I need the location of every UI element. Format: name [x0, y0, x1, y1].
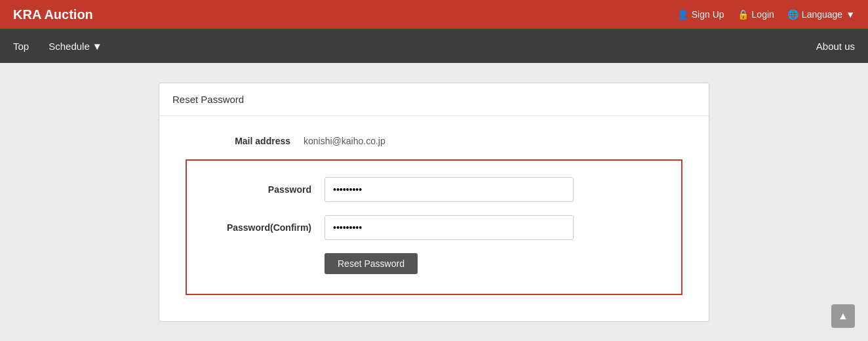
chevron-up-icon: ▲: [838, 310, 848, 322]
login-icon: 🔒: [738, 9, 749, 20]
login-label: Login: [752, 9, 774, 20]
navbar-left: Top Schedule ▼: [13, 41, 102, 52]
password-input[interactable]: [325, 177, 574, 202]
scroll-to-top-button[interactable]: ▲: [831, 304, 855, 328]
signup-label: Sign Up: [692, 9, 724, 20]
mail-address-label: Mail address: [186, 136, 304, 146]
navbar-item-schedule[interactable]: Schedule ▼: [49, 41, 102, 52]
mail-address-value: konishi@kaiho.co.jp: [304, 136, 385, 146]
card-title: Reset Password: [159, 83, 709, 116]
language-icon: 🌐: [787, 9, 799, 20]
chevron-down-icon: ▼: [846, 9, 855, 20]
navbar-right: About us: [816, 41, 855, 52]
navbar-item-about-us[interactable]: About us: [816, 41, 855, 52]
password-confirm-label: Password(Confirm): [207, 222, 325, 233]
main-content: Reset Password Mail address konishi@kaih…: [0, 63, 868, 341]
password-row: Password: [207, 177, 661, 202]
reset-password-button[interactable]: Reset Password: [325, 253, 418, 274]
card-body: Mail address konishi@kaiho.co.jp Passwor…: [159, 116, 709, 321]
password-label: Password: [207, 184, 325, 195]
language-label: Language: [802, 9, 842, 20]
signup-icon: 👤: [677, 9, 688, 20]
reset-button-row: Reset Password: [207, 253, 661, 274]
password-confirm-row: Password(Confirm): [207, 215, 661, 240]
header: KRA Auction 👤 Sign Up 🔒 Login 🌐 Language…: [0, 0, 868, 29]
navbar: Top Schedule ▼ About us: [0, 29, 868, 63]
header-actions: 👤 Sign Up 🔒 Login 🌐 Language ▼: [677, 9, 855, 20]
navbar-item-top[interactable]: Top: [13, 41, 29, 52]
mail-address-row: Mail address konishi@kaiho.co.jp: [186, 136, 682, 146]
login-link[interactable]: 🔒 Login: [738, 9, 774, 20]
reset-password-card: Reset Password Mail address konishi@kaih…: [159, 83, 709, 322]
schedule-chevron-icon: ▼: [92, 41, 102, 52]
language-link[interactable]: 🌐 Language ▼: [787, 9, 855, 20]
schedule-label: Schedule: [49, 41, 90, 52]
brand-logo: KRA Auction: [13, 7, 93, 22]
password-section: Password Password(Confirm) Reset Passwor…: [186, 159, 682, 295]
password-confirm-input[interactable]: [325, 215, 574, 240]
signup-link[interactable]: 👤 Sign Up: [677, 9, 724, 20]
